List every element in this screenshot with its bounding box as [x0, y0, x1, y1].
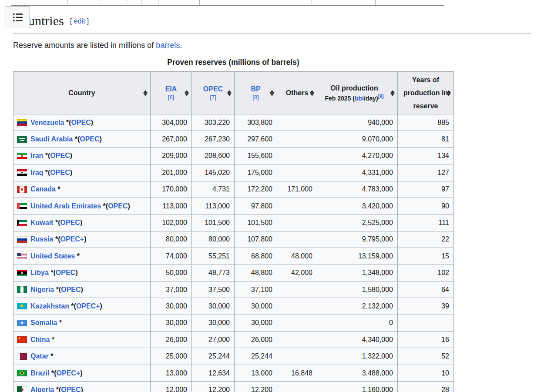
kazakhstan-flag-icon	[17, 303, 27, 309]
country-cell: United States *()	[13, 248, 151, 265]
sort-arrows-icon[interactable]	[227, 90, 232, 96]
barrels-link[interactable]: barrels	[156, 41, 180, 50]
org-link[interactable]: OPEC	[61, 386, 81, 392]
country-cell: Saudi Arabia *(OPEC)	[13, 131, 151, 147]
others-value-cell: 48,000	[277, 248, 317, 265]
country-link[interactable]: Brazil	[30, 369, 50, 377]
org-membership: (OPEC)	[69, 119, 93, 127]
country-link[interactable]: Venezuela	[30, 119, 64, 127]
bp-value-cell: 13,000	[235, 365, 277, 381]
paren-close: )	[80, 369, 82, 377]
column-header-years[interactable]: Years of production in reserve	[398, 72, 454, 114]
bp-link[interactable]: BP	[251, 85, 260, 93]
years-in-reserve-value-cell: 15	[398, 248, 454, 265]
iraq-flag-icon	[17, 169, 27, 176]
column-header-bp[interactable]: BP [8]	[235, 72, 277, 114]
table-of-contents-button[interactable]	[6, 6, 30, 28]
org-link[interactable]: OPEC	[60, 219, 80, 226]
country-link[interactable]: Iraq	[30, 169, 43, 177]
eia-value-cell: 209,000	[151, 147, 192, 164]
oil-production-value-cell: 4,270,000	[317, 147, 398, 164]
org-link[interactable]: OPEC	[50, 169, 70, 176]
column-header-eia[interactable]: EIA [6]	[151, 72, 192, 114]
edit-link[interactable]: edit	[74, 17, 85, 25]
country-link[interactable]: Somalia	[30, 319, 57, 327]
sort-arrows-icon[interactable]	[390, 90, 395, 96]
sort-arrows-icon[interactable]	[143, 90, 148, 96]
column-header-others[interactable]: Others	[277, 72, 317, 114]
years-header-label: Years of production in reserve	[403, 76, 448, 110]
org-link[interactable]: OPEC+	[76, 302, 100, 310]
others-value-cell	[277, 281, 317, 298]
qatar-flag-icon	[17, 353, 27, 360]
country-link[interactable]: Nigeria	[30, 286, 54, 294]
org-link[interactable]: OPEC	[56, 269, 75, 276]
country-link[interactable]: United States	[30, 252, 75, 260]
oil-production-value-cell: 9,070,000	[317, 131, 398, 147]
opec-value-cell: 80,000	[192, 231, 235, 248]
others-value-cell	[277, 147, 317, 164]
org-membership: (OPEC)	[106, 202, 130, 210]
country-link[interactable]: Libya	[30, 269, 49, 277]
oil-production-subtitle: Feb 2025 (bbl/day)[9]	[319, 94, 390, 102]
oil-production-value-cell: 2,132,000	[317, 298, 398, 315]
column-header-opec[interactable]: OPEC [7]	[192, 72, 235, 114]
org-link[interactable]: OPEC	[108, 202, 128, 210]
production-reference-link[interactable]: [9]	[378, 94, 384, 99]
country-link[interactable]: Kazakhstan	[30, 302, 69, 310]
org-link[interactable]: OPEC	[80, 135, 99, 143]
sort-arrows-icon[interactable]	[185, 90, 189, 96]
opec-link[interactable]: OPEC	[203, 85, 223, 93]
opec-value-cell: 12,634	[192, 365, 235, 381]
sort-arrows-icon[interactable]	[310, 90, 314, 96]
united-states-flag-icon	[17, 253, 27, 259]
sort-arrows-icon[interactable]	[270, 90, 274, 96]
country-cell: Libya *(OPEC)	[13, 265, 151, 281]
opec-reference-link[interactable]: [7]	[194, 94, 232, 101]
column-header-country[interactable]: Country	[13, 72, 151, 114]
previous-table-bottom-edge	[11, 0, 444, 6]
bp-reference-link[interactable]: [8]	[236, 94, 275, 101]
opec-value-cell: 113,000	[192, 198, 235, 214]
paren-close: )	[70, 152, 72, 159]
country-cell: Nigeria *(OPEC)	[13, 281, 151, 298]
country-link[interactable]: China	[30, 336, 50, 344]
table-edge-cell	[11, 0, 67, 5]
org-link[interactable]: OPEC+	[57, 369, 81, 377]
org-link[interactable]: OPEC	[50, 152, 70, 159]
org-link[interactable]: OPEC	[71, 119, 91, 126]
country-link[interactable]: Iran	[30, 152, 43, 160]
others-value-cell: 42,000	[277, 265, 317, 281]
paren-close: )	[100, 135, 102, 143]
oil-production-header-label: Oil production	[330, 84, 378, 92]
country-link[interactable]: Russia	[30, 235, 53, 243]
footnote-asterisk: *	[43, 169, 48, 177]
oil-production-value-cell: 2,525,000	[317, 214, 398, 231]
paren-close: )	[70, 169, 72, 176]
table-row: Russia *(OPEC+) 80,000 80,000 107,800 9,…	[13, 231, 454, 248]
country-link[interactable]: Saudi Arabia	[30, 135, 73, 143]
table-row: Qatar *() 25,000 25,244 25,244 1,322,000…	[13, 348, 454, 365]
country-cell: Venezuela *(OPEC)	[13, 114, 151, 131]
org-link[interactable]: OPEC+	[60, 235, 84, 243]
country-link[interactable]: Qatar	[30, 352, 49, 360]
years-in-reserve-value-cell: 90	[398, 198, 454, 214]
libya-flag-icon	[17, 270, 27, 276]
country-link[interactable]: Algeria	[30, 386, 54, 392]
org-link[interactable]: OPEC	[61, 286, 81, 293]
eia-link[interactable]: EIA	[165, 85, 177, 93]
bbl-link[interactable]: bbl	[355, 94, 364, 101]
opec-value-cell: 30,000	[192, 298, 235, 315]
table-row: Saudi Arabia *(OPEC) 267,000 267,230 297…	[13, 131, 454, 147]
country-link[interactable]: Canada	[30, 185, 56, 193]
years-in-reserve-value-cell: 102	[398, 265, 454, 281]
column-header-oil-production[interactable]: Oil production Feb 2025 (bbl/day)[9]	[317, 72, 398, 114]
country-link[interactable]: Kuwait	[30, 219, 53, 227]
table-edge-cell	[250, 0, 312, 5]
sort-arrows-icon[interactable]	[447, 90, 451, 96]
table-caption: Proven reserves (millions of barrels)	[13, 57, 453, 71]
country-cell: Kuwait *(OPEC)	[13, 214, 151, 231]
country-link[interactable]: United Arab Emirates	[30, 202, 101, 210]
org-membership: (OPEC)	[59, 386, 83, 392]
org-membership: (OPEC)	[53, 269, 77, 277]
